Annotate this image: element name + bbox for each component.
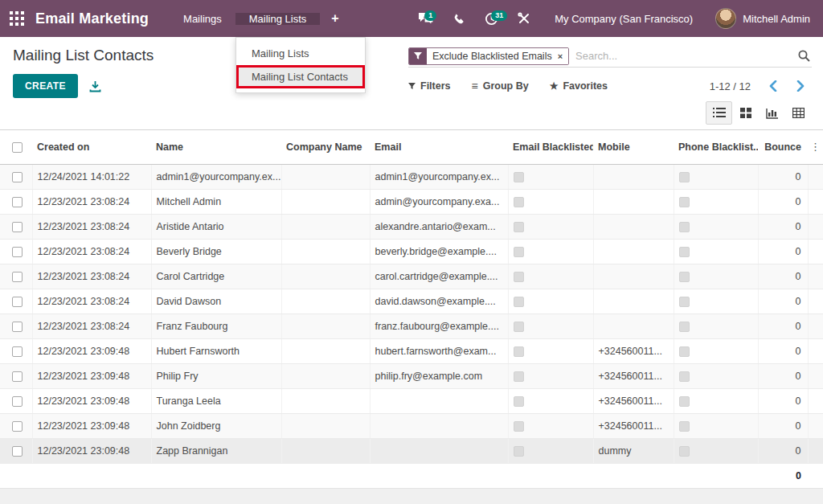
column-header-email-blacklisted[interactable]: Email Blacklisted: [508, 130, 593, 164]
row-checkbox[interactable]: [12, 446, 23, 457]
favorites-button[interactable]: ★ Favorites: [550, 80, 608, 92]
column-header-phone-blacklisted[interactable]: Phone Blacklist...: [674, 130, 758, 164]
column-header-created-on[interactable]: Created on: [32, 130, 151, 164]
menu-mailings[interactable]: Mailings: [170, 13, 235, 25]
table-row[interactable]: 12/23/2021 23:08:24 Aristide Antario ale…: [0, 214, 823, 239]
activities-badge: 31: [491, 10, 507, 21]
cell-company-name: [281, 363, 370, 388]
menu-mailing-lists[interactable]: Mailing Lists: [235, 13, 321, 25]
export-button[interactable]: [89, 80, 101, 92]
row-checkbox[interactable]: [12, 322, 23, 332]
email-blacklisted-checkbox: [514, 396, 524, 407]
row-checkbox[interactable]: [12, 346, 23, 357]
cell-created-on: 12/23/2021 23:08:24: [32, 189, 151, 214]
control-panel: Mailing List Contacts CREATE Exclude Bla…: [0, 37, 823, 129]
search-facet: Exclude Blacklisted Emails ×: [408, 47, 569, 65]
list-view-icon: [713, 108, 726, 118]
table-row[interactable]: 12/23/2021 23:09:48 Zapp Brannigan dummy…: [0, 438, 823, 463]
row-checkbox[interactable]: [12, 272, 23, 282]
select-all-checkbox[interactable]: [12, 142, 23, 153]
table-row[interactable]: 12/23/2021 23:09:48 John Zoidberg +32456…: [0, 413, 823, 438]
cell-bounce: 0: [758, 214, 808, 239]
cell-email: beverly.bridge@example....: [370, 239, 508, 264]
cell-bounce: 0: [758, 289, 808, 313]
row-checkbox[interactable]: [12, 197, 23, 207]
create-button[interactable]: CREATE: [13, 74, 78, 98]
company-switcher[interactable]: My Company (San Francisco): [542, 13, 706, 25]
phone-blacklisted-checkbox: [679, 172, 690, 182]
list-view-button[interactable]: [706, 101, 732, 125]
graph-view-button[interactable]: [759, 101, 785, 125]
table-row[interactable]: 12/23/2021 23:08:24 Carol Cartridge caro…: [0, 264, 823, 289]
column-header-company-name[interactable]: Company Name: [281, 130, 370, 164]
column-header-mobile[interactable]: Mobile: [593, 130, 674, 164]
debug-tools-button[interactable]: [510, 7, 538, 30]
dropdown-item-mailing-list-contacts[interactable]: Mailing List Contacts: [236, 65, 365, 88]
menu-plus-button[interactable]: +: [320, 11, 350, 26]
row-checkbox[interactable]: [12, 172, 23, 182]
row-checkbox[interactable]: [12, 421, 23, 432]
cell-email: hubert.farnsworth@exam...: [370, 338, 508, 363]
phone-blacklisted-checkbox: [679, 272, 690, 282]
column-header-email[interactable]: Email: [370, 130, 508, 164]
pager-next-button[interactable]: [791, 79, 810, 93]
table-row[interactable]: 12/23/2021 23:09:48 Philip Fry philip.fr…: [0, 363, 823, 388]
row-checkbox[interactable]: [12, 371, 23, 382]
search-button[interactable]: [798, 50, 812, 62]
messages-button[interactable]: 1: [410, 7, 442, 31]
row-checkbox[interactable]: [12, 396, 23, 407]
cell-bounce: 0: [758, 189, 808, 214]
cell-mobile: [593, 214, 674, 239]
facet-remove-button[interactable]: ×: [558, 48, 568, 64]
row-checkbox[interactable]: [12, 222, 23, 232]
kanban-view-button[interactable]: [732, 101, 759, 125]
table-row[interactable]: 12/23/2021 23:08:24 Franz Faubourg franz…: [0, 313, 823, 338]
column-header-name[interactable]: Name: [151, 130, 281, 164]
cell-name: Philip Fry: [151, 363, 281, 388]
table-row[interactable]: 12/23/2021 23:08:24 Mitchell Admin admin…: [0, 189, 823, 214]
phone-blacklisted-checkbox: [679, 396, 690, 407]
group-by-button[interactable]: ≡ Group By: [472, 80, 529, 92]
email-blacklisted-checkbox: [514, 172, 524, 182]
app-title[interactable]: Email Marketing: [34, 10, 170, 27]
cell-created-on: 12/23/2021 23:09:48: [32, 388, 151, 413]
activities-button[interactable]: 31: [477, 7, 506, 31]
download-icon: [89, 80, 101, 92]
cell-name: John Zoidberg: [151, 413, 281, 438]
table-row[interactable]: 12/23/2021 23:08:24 Beverly Bridge bever…: [0, 239, 823, 264]
cell-company-name: [281, 214, 370, 239]
cell-name: Carol Cartridge: [151, 264, 281, 289]
table-row[interactable]: 12/23/2021 23:08:24 David Dawson david.d…: [0, 289, 823, 313]
column-header-bounce[interactable]: Bounce: [758, 130, 808, 164]
search-bar[interactable]: Exclude Blacklisted Emails × Search...: [408, 45, 812, 68]
search-input[interactable]: Search...: [575, 50, 792, 62]
table-row[interactable]: 12/23/2021 23:09:48 Hubert Farnsworth hu…: [0, 338, 823, 363]
row-checkbox[interactable]: [12, 247, 23, 257]
cell-email: alexandre.antario@exam...: [370, 214, 508, 239]
cell-created-on: 12/24/2021 14:01:22: [32, 164, 151, 189]
table-row[interactable]: 12/23/2021 23:09:48 Turanga Leela +32456…: [0, 388, 823, 413]
phone-button[interactable]: [445, 8, 473, 30]
cell-bounce: 0: [758, 164, 808, 189]
dropdown-item-mailing-lists[interactable]: Mailing Lists: [236, 42, 365, 65]
email-blacklisted-checkbox: [514, 322, 524, 332]
filters-button[interactable]: Filters: [408, 80, 451, 92]
table-footer: 0: [0, 464, 823, 489]
table-row[interactable]: 12/24/2021 14:01:22 admin1@yourcompany.e…: [0, 164, 823, 189]
top-navbar: Email Marketing Mailings Mailing Lists +…: [0, 0, 823, 37]
cell-name: Hubert Farnsworth: [151, 338, 281, 363]
phone-blacklisted-checkbox: [679, 247, 690, 257]
cell-created-on: 12/23/2021 23:08:24: [32, 239, 151, 264]
cell-company-name: [281, 264, 370, 289]
user-menu[interactable]: Mitchell Admin: [709, 8, 817, 29]
email-blacklisted-checkbox: [514, 247, 524, 257]
optional-columns-icon[interactable]: ⋮: [810, 141, 821, 153]
cell-name: Aristide Antario: [151, 214, 281, 239]
pivot-view-button[interactable]: [785, 101, 812, 125]
cell-bounce: 0: [758, 438, 808, 463]
apps-menu-button[interactable]: [0, 11, 34, 26]
cell-company-name: [281, 413, 370, 438]
pager-previous-button[interactable]: [764, 79, 783, 93]
cell-company-name: [281, 164, 370, 189]
row-checkbox[interactable]: [12, 297, 23, 307]
